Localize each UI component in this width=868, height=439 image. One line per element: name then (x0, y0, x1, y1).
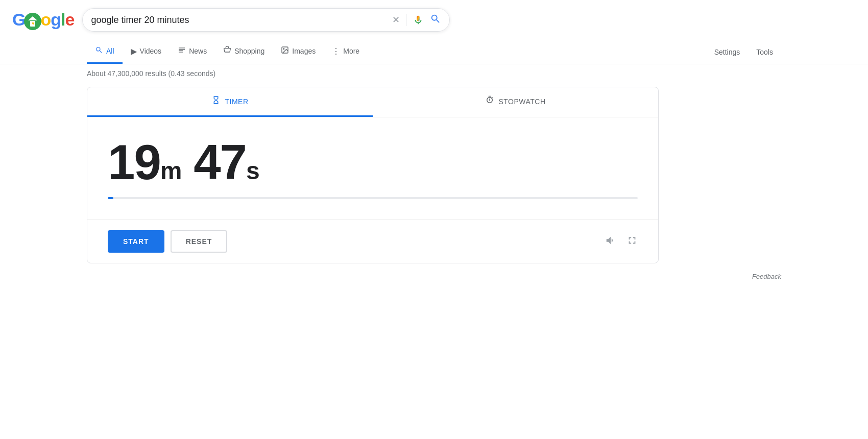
mic-icon[interactable] (413, 14, 424, 26)
timer-tabs: TIMER STOPWATCH (87, 87, 658, 117)
more-dots-icon: ⋮ (332, 46, 340, 56)
timer-minutes-unit: m (160, 157, 181, 184)
nav-tabs: All ▶ Videos News Shopping Images ⋮ More… (0, 40, 868, 64)
tab-all-label: All (106, 47, 114, 55)
nav-settings: Settings Tools (706, 42, 781, 62)
logo-house-icon: ♥ (24, 13, 41, 30)
news-icon (178, 46, 186, 56)
start-button[interactable]: START (108, 230, 164, 253)
google-logo[interactable]: G ♥ o g l e (12, 10, 74, 30)
tab-images-label: Images (292, 47, 316, 55)
timer-display: 19m 47s (87, 117, 658, 220)
shopping-icon (223, 46, 231, 56)
logo-letter-g: G (12, 10, 25, 30)
timer-controls: START RESET (87, 220, 658, 263)
tab-more[interactable]: ⋮ More (324, 40, 368, 64)
timer-seconds-unit: s (246, 157, 259, 184)
fullscreen-icon[interactable] (626, 235, 638, 249)
logo-heart-icon: ♥ (32, 21, 34, 26)
clear-icon[interactable]: ✕ (392, 14, 400, 26)
search-divider (406, 14, 406, 26)
tab-timer-label: TIMER (225, 97, 248, 106)
svg-point-5 (283, 48, 284, 50)
timer-progress-bar (108, 197, 113, 199)
videos-icon: ▶ (131, 46, 137, 56)
results-count: About 47,300,000 results (0.43 seconds) (87, 69, 215, 78)
hourglass-icon (211, 95, 221, 107)
tools-button[interactable]: Tools (748, 42, 781, 62)
tab-images[interactable]: Images (273, 40, 324, 64)
tab-news[interactable]: News (170, 40, 215, 64)
tab-timer[interactable]: TIMER (87, 87, 373, 117)
logo-letter-e: e (65, 10, 74, 30)
svg-rect-3 (179, 52, 183, 52)
tab-more-label: More (343, 47, 359, 55)
all-icon (95, 46, 103, 56)
tab-shopping-label: Shopping (234, 47, 264, 55)
tab-videos-label: Videos (140, 47, 162, 55)
timer-time: 19m 47s (108, 138, 638, 187)
logo-letter-g2: g (51, 10, 61, 30)
tab-all[interactable]: All (87, 40, 123, 64)
search-input[interactable]: google timer 20 minutes (91, 15, 392, 26)
reset-button[interactable]: RESET (171, 230, 228, 253)
logo-letter-o2: o (40, 10, 51, 30)
settings-button[interactable]: Settings (706, 42, 749, 62)
svg-rect-1 (179, 49, 185, 50)
feedback-link[interactable]: Feedback (752, 273, 781, 280)
search-button[interactable] (430, 13, 441, 27)
sound-icon[interactable] (605, 235, 616, 249)
timer-minutes: 19 (108, 135, 160, 189)
logo-letter-l: l (61, 10, 65, 30)
header: G ♥ o g l e google timer 20 minutes ✕ (0, 0, 868, 40)
tab-stopwatch-label: STOPWATCH (498, 97, 545, 106)
timer-right-icons (605, 235, 638, 249)
timer-progress-container (108, 197, 638, 199)
images-icon (281, 46, 289, 56)
tab-stopwatch[interactable]: STOPWATCH (373, 87, 658, 117)
feedback-section: Feedback (0, 270, 868, 283)
tab-news-label: News (189, 47, 207, 55)
tab-videos[interactable]: ▶ Videos (123, 40, 170, 64)
svg-rect-0 (179, 47, 185, 48)
svg-rect-2 (179, 51, 183, 51)
timer-seconds: 47 (194, 135, 246, 189)
search-bar: google timer 20 minutes ✕ (82, 8, 450, 32)
timer-card: TIMER STOPWATCH 19m 47s START RESET (87, 87, 659, 263)
stopwatch-icon (485, 95, 494, 107)
results-info: About 47,300,000 results (0.43 seconds) (0, 64, 868, 81)
search-icons: ✕ (392, 13, 441, 27)
tab-shopping[interactable]: Shopping (215, 40, 273, 64)
